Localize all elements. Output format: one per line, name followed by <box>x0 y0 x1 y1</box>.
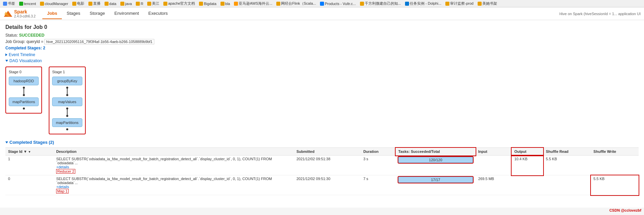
duration-cell: 7 s <box>361 175 396 195</box>
dag-dot-8 <box>66 128 68 130</box>
bookmark-r[interactable]: R <box>135 1 144 6</box>
arrow-down-icon <box>5 60 8 62</box>
query-id-label: queryId = <box>27 39 43 44</box>
spark-navigation: Spark 2.4.0-cdh6.3.2 Jobs Stages Storage… <box>0 7 644 20</box>
bookmark-meijian[interactable]: 美江 <box>146 1 160 6</box>
dag-node-mappartitions-1: mapPartitions <box>52 118 82 127</box>
bookmark-books[interactable]: 书签 <box>2 1 16 6</box>
spark-version: 2.4.0-cdh6.3.2 <box>14 14 36 18</box>
bookmark-aws[interactable]: 亚马逊AWS海外云... <box>233 1 273 6</box>
dag-connector-3 <box>52 108 82 117</box>
dag-node-mappartitions-0: mapPartitions <box>9 97 39 106</box>
output-cell <box>512 175 543 195</box>
shuffle-write-cell <box>591 156 639 175</box>
page-title: Details for Job 0 <box>5 24 639 30</box>
tab-storage[interactable]: Storage <box>85 8 110 19</box>
submitted-cell: 2021/12/02 09:51:38 <box>294 156 361 175</box>
bookmark-apache[interactable]: apache官方文档 <box>162 1 196 6</box>
status-value: SUCCEEDED <box>19 33 44 38</box>
dag-stage-1-title: Stage 1 <box>52 70 82 74</box>
main-content: Details for Job 0 Status: SUCCEEDED Job … <box>0 20 644 208</box>
input-cell <box>476 156 512 175</box>
col-input: Input <box>476 148 512 156</box>
bookmark-bla[interactable]: bla <box>219 1 231 6</box>
tasks-cell: 17/17 <box>396 175 476 195</box>
completed-stages-count: 2 <box>43 46 45 50</box>
completed-stages-line: Completed Stages: 2 <box>5 46 639 50</box>
bookmark-data[interactable]: data <box>104 1 117 6</box>
dag-line-3 <box>67 110 68 115</box>
tasks-cell: 120/120 <box>396 156 476 175</box>
dag-visualization-toggle[interactable]: DAG Visualization <box>5 58 639 63</box>
description-cell: SELECT SUBSTR(`odsiadata_ia_fdw_model_re… <box>53 156 294 175</box>
hive-session-info: Hive on Spark (hiveSessionId = 1... appl… <box>559 12 641 16</box>
completed-stages-header: Completed Stages (2) <box>5 140 639 145</box>
tab-executors[interactable]: Executors <box>144 8 172 19</box>
bookmark-live[interactable]: 直播 <box>87 1 102 6</box>
job-group-label: Job Group: <box>5 39 25 44</box>
dag-dot-7 <box>66 115 68 117</box>
tab-environment[interactable]: Environment <box>110 8 144 19</box>
dag-stage-0-title: Stage 0 <box>9 70 39 74</box>
col-shuffle-read: Shuffle Read <box>543 148 591 156</box>
tab-stages[interactable]: Stages <box>62 8 85 19</box>
query-id-value: hive_20211202095116_79f3f4af-1b56-4aeb-b… <box>44 39 154 44</box>
dag-stage-0: Stage 0 hadoopRDD mapPartitions <box>5 67 42 114</box>
bookmark-vultr[interactable]: Products - Vultr.c... <box>319 1 357 6</box>
dag-dot-5 <box>66 94 68 96</box>
col-duration: Duration <box>361 148 396 156</box>
dag-connector-2 <box>52 87 82 96</box>
duration-cell: 3 s <box>361 156 396 175</box>
output-cell: 10.4 KB <box>512 156 543 175</box>
bookmark-movie[interactable]: 电影 <box>71 1 85 6</box>
bookmark-cloudmanager[interactable]: cloudManager <box>39 1 69 6</box>
dag-connector-4 <box>52 128 82 130</box>
description-text: SELECT SUBSTR(`odsiadata_ia_fdw_model_re… <box>56 177 291 185</box>
nav-tabs: Jobs Stages Storage Environment Executor… <box>42 8 172 19</box>
reducer-link[interactable]: Reducer 2 <box>56 169 75 174</box>
dag-node-hadooprdd: hadoopRDD <box>9 77 39 85</box>
tasks-progress-bar: 120/120 <box>398 157 473 163</box>
spark-logo: Spark 2.4.0-cdh6.3.2 <box>3 9 36 18</box>
event-timeline-label: Event Timeline <box>9 52 35 57</box>
job-group-line: Job Group: queryId = hive_20211202095116… <box>5 39 639 44</box>
bookmark-java[interactable]: java <box>119 1 133 6</box>
table-row: 0SELECT SUBSTR(`odsiadata_ia_fdw_model_r… <box>5 175 639 195</box>
tab-jobs[interactable]: Jobs <box>42 8 62 19</box>
completed-stages-title: Completed Stages (2) <box>9 140 54 145</box>
col-tasks: Tasks: Succeeded/Total <box>396 148 476 156</box>
col-submitted: Submitted <box>294 148 361 156</box>
bookmark-qianfang[interactable]: 千方利微建自己的知... <box>359 1 402 6</box>
bookmark-dolphin[interactable]: 任务实例 - Dolphi... <box>404 1 442 6</box>
col-stage-id[interactable]: Stage Id ▼ <box>5 148 53 156</box>
dag-label: DAG Visualization <box>9 58 42 63</box>
col-shuffle-write: Shuffle Write <box>591 148 639 156</box>
shuffle-read-cell <box>543 175 591 195</box>
status-line: Status: SUCCEEDED <box>5 33 639 38</box>
event-timeline-toggle[interactable]: Event Timeline <box>5 52 639 57</box>
details-link[interactable]: +details <box>56 165 291 169</box>
stages-table: Stage Id ▼ Description Submitted Duratio… <box>5 147 639 195</box>
map-link[interactable]: Map 1 <box>56 189 69 194</box>
spark-logo-icon <box>3 9 13 18</box>
completed-stages-arrow <box>5 141 8 143</box>
dag-node-mapvalues: mapValues <box>52 97 82 106</box>
shuffle-write-cell: 5.5 KB <box>591 175 639 195</box>
shuffle-read-cell: 5.5 KB <box>543 156 591 175</box>
bookmark-bigdata[interactable]: Bigdata <box>198 1 217 6</box>
submitted-cell: 2021/12/02 09:51:30 <box>294 175 361 195</box>
bookmark-audit[interactable]: 审计监察-prod <box>444 1 475 6</box>
arrow-right-icon <box>5 53 7 56</box>
table-row: 1SELECT SUBSTR(`odsiadata_ia_fdw_model_r… <box>5 156 639 175</box>
dag-dot-2 <box>23 94 25 96</box>
status-label: Status: <box>5 33 18 38</box>
bookmark-meita[interactable]: 美她书架 <box>477 1 498 6</box>
dag-dot-3 <box>23 108 25 110</box>
input-cell: 269.5 MB <box>476 175 512 195</box>
bookmark-tencent[interactable]: tencent <box>18 1 37 6</box>
bookmark-flink[interactable]: 网经台Flink（Scala... <box>275 1 317 6</box>
dag-stage-1: Stage 1 groupByKey mapValues mapPartitio… <box>49 67 85 134</box>
description-text: SELECT SUBSTR(`odsiadata_ia_fdw_model_re… <box>56 157 291 165</box>
details-link[interactable]: +details <box>56 185 291 189</box>
dag-line <box>24 89 24 94</box>
